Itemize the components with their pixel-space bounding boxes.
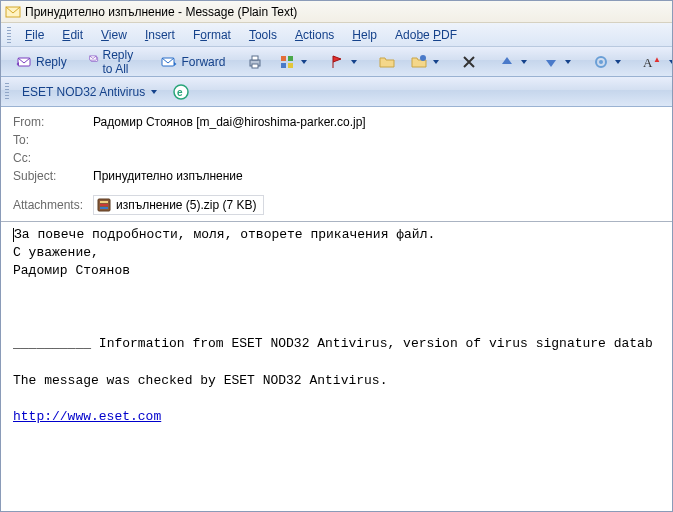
rule-icon: [411, 54, 427, 70]
body-line-3: Радомир Стоянов: [13, 263, 130, 278]
cc-label: Cc:: [13, 151, 93, 165]
delete-icon: [461, 54, 477, 70]
reply-label: Reply: [36, 55, 67, 69]
folder-icon: [379, 54, 395, 70]
grip-icon: [5, 83, 9, 101]
toolbar-eset: ESET NOD32 Antivirus e: [1, 77, 672, 107]
eset-label: ESET NOD32 Antivirus: [22, 85, 145, 99]
attachment-item[interactable]: изпълнение (5).zip (7 KB): [93, 195, 264, 215]
body-line-2: С уважение,: [13, 245, 99, 260]
attachment-filename: изпълнение (5).zip (7 KB): [116, 198, 257, 212]
reply-all-icon: [89, 54, 99, 70]
subject-value: Принудително изпълнение: [93, 169, 243, 183]
svg-text:A: A: [643, 55, 653, 70]
dropdown-caret-icon: [151, 90, 157, 94]
forward-label: Forward: [181, 55, 225, 69]
svg-rect-6: [252, 56, 258, 60]
eset-link[interactable]: http://www.eset.com: [13, 409, 161, 424]
create-rule-button[interactable]: [404, 51, 446, 73]
dropdown-caret-icon: [351, 60, 357, 64]
svg-point-14: [599, 60, 603, 64]
body-line-1: За повече подробности, моля, отворете пр…: [14, 227, 435, 242]
next-button[interactable]: [536, 51, 578, 73]
body-divider: __________: [13, 336, 99, 351]
eset-antivirus-button[interactable]: ESET NOD32 Antivirus: [15, 81, 164, 103]
dropdown-caret-icon: [433, 60, 439, 64]
move-folder-button[interactable]: [372, 51, 402, 73]
delete-button[interactable]: [454, 51, 484, 73]
mail-icon: [5, 4, 21, 20]
flag-button[interactable]: [322, 51, 364, 73]
categorize-icon: [279, 54, 295, 70]
down-arrow-icon: [543, 54, 559, 70]
forward-button[interactable]: Forward: [154, 51, 232, 73]
forward-icon: [161, 54, 177, 70]
menu-edit[interactable]: Edit: [54, 26, 91, 44]
svg-rect-9: [288, 56, 293, 61]
flag-icon: [329, 54, 345, 70]
attachments-row: Attachments: изпълнение (5).zip (7 KB): [1, 191, 672, 222]
svg-rect-10: [281, 63, 286, 68]
svg-rect-7: [252, 64, 258, 68]
attachments-label: Attachments:: [13, 198, 93, 212]
dropdown-caret-icon: [615, 60, 621, 64]
menu-actions[interactable]: Actions: [287, 26, 342, 44]
eset-icon-button[interactable]: e: [168, 81, 194, 103]
font-size-button[interactable]: A▲: [636, 51, 673, 73]
subject-label: Subject:: [13, 169, 93, 183]
svg-rect-24: [100, 201, 108, 203]
grip-icon: [7, 27, 11, 43]
reply-all-label: Reply to All: [103, 48, 140, 76]
toolbar-main: Reply Reply to All Forward: [1, 47, 672, 77]
reply-icon: [16, 54, 32, 70]
dropdown-caret-icon: [301, 60, 307, 64]
categorize-button[interactable]: [272, 51, 314, 73]
junk-button[interactable]: [586, 51, 628, 73]
menu-tools[interactable]: Tools: [241, 26, 285, 44]
svg-rect-8: [281, 56, 286, 61]
menu-help[interactable]: Help: [344, 26, 385, 44]
dropdown-caret-icon: [565, 60, 571, 64]
titlebar: Принудително изпълнение - Message (Plain…: [1, 1, 672, 23]
body-eset-checked: The message was checked by ESET NOD32 An…: [13, 373, 387, 388]
menu-format[interactable]: Format: [185, 26, 239, 44]
menu-adobe-pdf[interactable]: Adobe PDF: [387, 26, 465, 44]
to-label: To:: [13, 133, 93, 147]
svg-rect-26: [100, 207, 108, 209]
menu-view[interactable]: View: [93, 26, 135, 44]
svg-point-12: [420, 55, 426, 61]
reply-all-button[interactable]: Reply to All: [82, 51, 147, 73]
menu-insert[interactable]: Insert: [137, 26, 183, 44]
body-eset-info: Information from ESET NOD32 Antivirus, v…: [99, 336, 653, 351]
menu-file[interactable]: File: [17, 26, 52, 44]
up-arrow-icon: [499, 54, 515, 70]
message-body[interactable]: За повече подробности, моля, отворете пр…: [1, 222, 672, 430]
print-button[interactable]: [240, 51, 270, 73]
dropdown-caret-icon: [669, 60, 673, 64]
message-headers: From: Радомир Стоянов [m_dai@hiroshima-p…: [1, 107, 672, 191]
eset-logo-icon: e: [173, 84, 189, 100]
menubar: File Edit View Insert Format Tools Actio…: [1, 23, 672, 47]
junk-icon: [593, 54, 609, 70]
window-title: Принудително изпълнение - Message (Plain…: [25, 5, 297, 19]
font-size-icon: A▲: [643, 54, 663, 70]
svg-text:▲: ▲: [653, 55, 661, 64]
svg-text:e: e: [177, 87, 183, 98]
from-label: From:: [13, 115, 93, 129]
print-icon: [247, 54, 263, 70]
svg-rect-25: [100, 204, 108, 206]
reply-button[interactable]: Reply: [9, 51, 74, 73]
svg-rect-11: [288, 63, 293, 68]
previous-button[interactable]: [492, 51, 534, 73]
dropdown-caret-icon: [521, 60, 527, 64]
from-value: Радомир Стоянов [m_dai@hiroshima-parker.…: [93, 115, 366, 129]
zip-file-icon: [96, 197, 112, 213]
